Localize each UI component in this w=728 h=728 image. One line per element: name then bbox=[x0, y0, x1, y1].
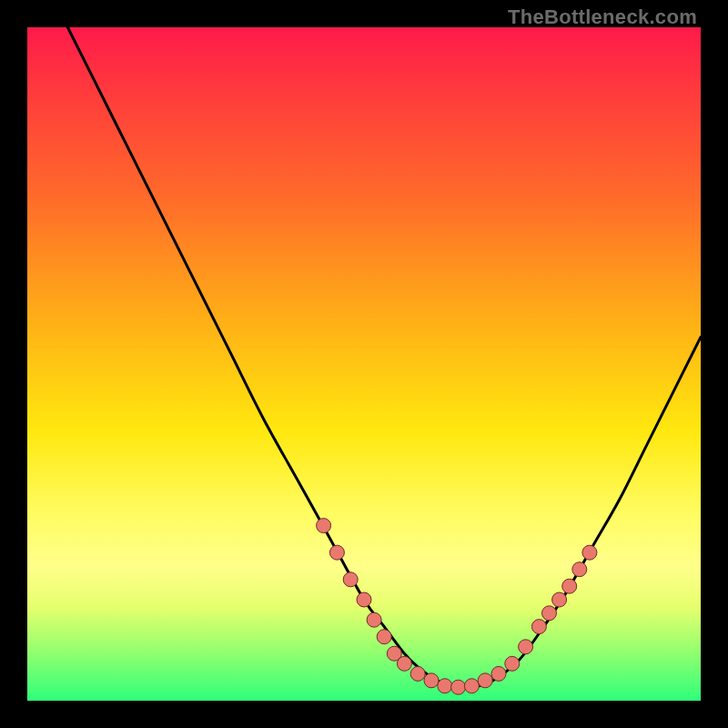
data-marker bbox=[357, 592, 371, 607]
data-marker bbox=[451, 680, 466, 694]
data-marker bbox=[562, 579, 577, 593]
data-marker bbox=[329, 545, 344, 560]
data-marker bbox=[491, 666, 506, 681]
data-marker bbox=[397, 656, 411, 671]
data-marker bbox=[572, 562, 587, 577]
marker-series bbox=[317, 519, 597, 695]
data-marker bbox=[519, 640, 533, 654]
data-marker bbox=[424, 673, 439, 688]
data-marker bbox=[542, 606, 557, 621]
data-marker bbox=[367, 612, 381, 627]
data-marker bbox=[410, 666, 425, 681]
data-marker bbox=[582, 545, 597, 560]
bottleneck-chart bbox=[0, 0, 728, 728]
data-marker bbox=[552, 592, 567, 607]
data-marker bbox=[464, 679, 479, 693]
curve-series bbox=[67, 27, 701, 688]
data-marker bbox=[531, 620, 546, 634]
bottleneck-curve-path bbox=[67, 27, 701, 688]
data-marker bbox=[478, 673, 492, 688]
data-marker bbox=[343, 572, 358, 587]
data-marker bbox=[317, 519, 331, 533]
data-marker bbox=[377, 630, 391, 644]
data-marker bbox=[505, 656, 520, 671]
data-marker bbox=[438, 679, 452, 693]
chart-frame: TheBottleneck.com bbox=[0, 0, 728, 728]
